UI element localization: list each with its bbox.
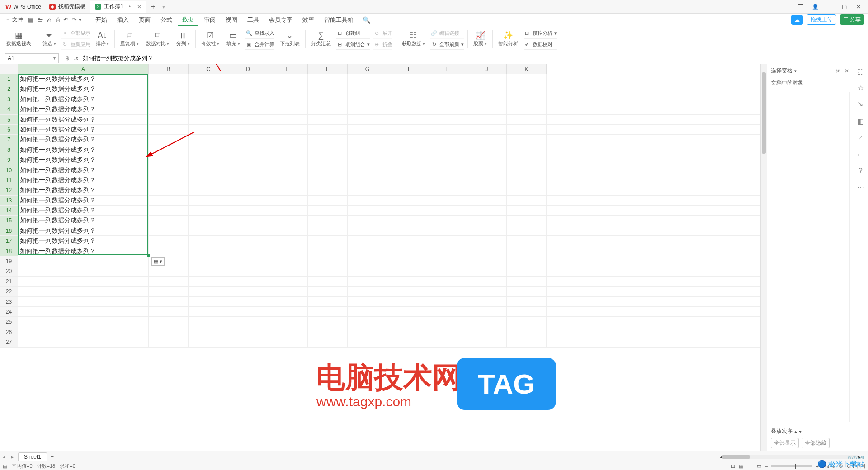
cell[interactable]	[387, 185, 427, 195]
cell[interactable]	[308, 115, 348, 124]
cell[interactable]	[268, 317, 308, 326]
page-icon[interactable]: ▭	[857, 150, 864, 159]
cell[interactable]	[507, 337, 547, 347]
cell[interactable]	[427, 317, 467, 326]
cell[interactable]	[348, 206, 387, 215]
row-header[interactable]: 18	[0, 246, 18, 256]
cell[interactable]	[348, 337, 387, 347]
cell[interactable]	[18, 266, 149, 276]
cell[interactable]	[507, 307, 547, 316]
cell[interactable]	[308, 196, 348, 205]
cell[interactable]	[348, 115, 387, 124]
cell[interactable]	[228, 185, 268, 195]
cell[interactable]: 如何把一列数据分成多列？	[18, 94, 149, 104]
menu-formula[interactable]: 公式	[156, 14, 177, 26]
cell[interactable]	[387, 125, 427, 134]
cell[interactable]	[467, 104, 507, 114]
cell[interactable]	[507, 135, 547, 144]
cell[interactable]	[189, 287, 228, 296]
add-sheet[interactable]: +	[47, 454, 57, 460]
cell[interactable]	[427, 266, 467, 276]
menu-tools[interactable]: 工具	[243, 14, 264, 26]
cell[interactable]	[348, 104, 387, 114]
cell[interactable]	[427, 115, 467, 124]
cell[interactable]	[149, 175, 189, 185]
cell[interactable]	[308, 175, 348, 185]
cell[interactable]	[308, 266, 348, 276]
cell[interactable]	[228, 84, 268, 94]
cell[interactable]	[507, 327, 547, 337]
cell[interactable]	[427, 246, 467, 256]
cell[interactable]	[189, 115, 228, 124]
cell[interactable]	[348, 277, 387, 286]
cell[interactable]	[189, 104, 228, 114]
cell[interactable]: 如何把一列数据分成多列？	[18, 135, 149, 144]
cell[interactable]	[308, 256, 348, 266]
cell[interactable]	[228, 125, 268, 134]
row-header[interactable]: 23	[0, 297, 18, 306]
row-header[interactable]: 12	[0, 185, 18, 195]
cell[interactable]	[387, 84, 427, 94]
row-header[interactable]: 22	[0, 287, 18, 296]
cell[interactable]	[427, 277, 467, 286]
cell[interactable]	[507, 236, 547, 245]
sheet-prev[interactable]: ◂	[0, 454, 8, 460]
cell[interactable]	[228, 266, 268, 276]
cell[interactable]	[189, 236, 228, 245]
cell[interactable]: 如何把一列数据分成多列？	[18, 236, 149, 245]
cell[interactable]	[507, 297, 547, 306]
group-button[interactable]: ⊞创建组	[336, 28, 370, 38]
cell[interactable]	[507, 287, 547, 296]
zoom-slider[interactable]	[771, 465, 812, 467]
cell[interactable]	[467, 135, 507, 144]
cell[interactable]	[387, 115, 427, 124]
cell[interactable]	[308, 125, 348, 134]
export-icon[interactable]: ⇲	[858, 100, 863, 109]
cell[interactable]	[149, 155, 189, 164]
menu-start[interactable]: 开始	[91, 14, 112, 26]
cell[interactable]	[308, 84, 348, 94]
name-box[interactable]: A1	[5, 53, 59, 63]
cell[interactable]	[149, 337, 189, 347]
cell[interactable]	[149, 317, 189, 326]
cell[interactable]	[348, 236, 387, 245]
cell[interactable]	[228, 135, 268, 144]
cell[interactable]	[149, 125, 189, 134]
menu-review[interactable]: 审阅	[199, 14, 220, 26]
cell[interactable]	[348, 226, 387, 235]
spreadsheet-grid[interactable]: ABCDEFGHIJK 1如何把一列数据分成多列？2如何把一列数据分成多列？3如…	[0, 64, 760, 451]
cell[interactable]	[149, 145, 189, 155]
view-cell-icon[interactable]: ⊞	[731, 463, 735, 469]
cell[interactable]	[189, 266, 228, 276]
cell[interactable]	[467, 236, 507, 245]
cell[interactable]	[308, 206, 348, 215]
cell[interactable]	[308, 287, 348, 296]
cell[interactable]	[149, 297, 189, 306]
cell[interactable]: 如何把一列数据分成多列？	[18, 226, 149, 235]
tab-templates[interactable]: ◆ 找稻壳模板	[45, 1, 90, 13]
cell[interactable]	[228, 226, 268, 235]
cell[interactable]	[348, 287, 387, 296]
cell[interactable]	[189, 74, 228, 84]
menu-data[interactable]: 数据	[178, 14, 198, 26]
cell[interactable]	[308, 297, 348, 306]
cell[interactable]	[387, 236, 427, 245]
settings-icon[interactable]: ⚙	[839, 463, 843, 469]
cell[interactable]	[467, 145, 507, 155]
column-header[interactable]: K	[507, 64, 547, 74]
cell[interactable]	[467, 287, 507, 296]
cell[interactable]	[149, 135, 189, 144]
cell[interactable]	[387, 317, 427, 326]
validation-button[interactable]: ☑有效性	[198, 28, 223, 51]
cell[interactable]	[507, 226, 547, 235]
edit-links-button[interactable]: 🔗编辑链接	[430, 28, 464, 38]
cell[interactable]	[189, 185, 228, 195]
cell[interactable]	[427, 175, 467, 185]
cell[interactable]	[507, 165, 547, 175]
row-header[interactable]: 17	[0, 236, 18, 245]
cell[interactable]	[268, 125, 308, 134]
row-header[interactable]: 19	[0, 256, 18, 266]
cell[interactable]	[387, 74, 427, 84]
cell[interactable]: 如何把一列数据分成多列？	[18, 216, 149, 225]
cell[interactable]	[507, 104, 547, 114]
